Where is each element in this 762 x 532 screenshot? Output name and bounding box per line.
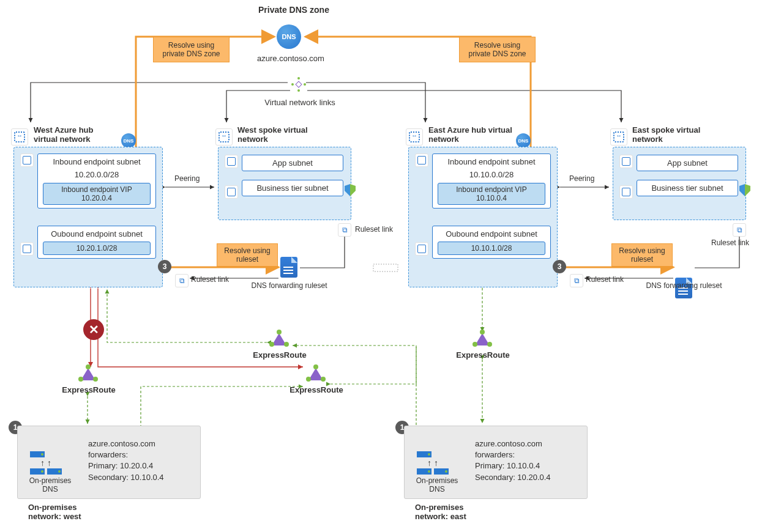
subnet-icon bbox=[619, 185, 633, 199]
expressroute-label-c2: ExpressRoute bbox=[286, 385, 347, 394]
subnet-icon bbox=[225, 155, 238, 168]
peering-label-east: Peering bbox=[569, 174, 594, 183]
dns-small-icon: DNS bbox=[121, 133, 136, 148]
dns-zone-icon: DNS bbox=[277, 24, 301, 49]
badge-3-east: 3 bbox=[553, 260, 566, 273]
failure-icon: ✕ bbox=[83, 319, 104, 340]
dns-forwarding-ruleset-east: DNS forwarding ruleset bbox=[643, 281, 725, 290]
virtual-network-links-label: Virtual network links bbox=[245, 98, 355, 107]
ruleset-link-icon: ⧉ bbox=[733, 223, 746, 237]
west-biz-subnet: Business tier subnet bbox=[242, 180, 343, 196]
onprem-dns-label-west: On-premises DNS bbox=[23, 476, 78, 493]
private-dns-zone-title: Private DNS zone bbox=[233, 5, 355, 15]
resolve-ruleset-callout-east: Resolve using ruleset bbox=[611, 243, 673, 267]
west-fwd-heading: forwarders: bbox=[88, 449, 164, 460]
dns-forwarding-ruleset-west: DNS forwarding ruleset bbox=[248, 281, 331, 290]
vnet-icon bbox=[215, 128, 233, 146]
resolve-ruleset-callout-west: Resolve using ruleset bbox=[217, 243, 278, 267]
ruleset-link-icon: ⧉ bbox=[175, 274, 189, 287]
virtual-network-links-icon bbox=[293, 78, 305, 91]
subnet-icon bbox=[225, 185, 238, 199]
expressroute-label-e: ExpressRoute bbox=[452, 350, 514, 360]
ruleset-link-icon: ⧉ bbox=[570, 274, 583, 287]
west-app-subnet: App subnet bbox=[242, 155, 343, 171]
east-fwd-heading: forwarders: bbox=[475, 449, 551, 460]
east-biz-subnet: Business tier subnet bbox=[637, 180, 738, 196]
onprem-dns-label-east: On-premises DNS bbox=[409, 476, 465, 493]
east-fwd-primary: Primary: 10.10.0.4 bbox=[475, 460, 551, 471]
expressroute-icon bbox=[475, 333, 490, 345]
east-inbound-cidr: 10.10.0.0/28 bbox=[438, 170, 545, 179]
east-inbound-vip: Inbound endpoint VIP 10.10.0.4 bbox=[438, 183, 545, 205]
ruleset-link-icon: ⧉ bbox=[338, 223, 351, 237]
west-fwd-secondary: Secondary: 10.10.0.4 bbox=[88, 472, 164, 483]
east-spoke-title: East spoke virtual network bbox=[632, 125, 712, 144]
subnet-icon bbox=[415, 242, 428, 256]
west-onprem-title: On-premises network: west bbox=[28, 503, 108, 521]
east-hub-vnet: Inbound endpoint subnet 10.10.0.0/28 Inb… bbox=[408, 147, 558, 287]
subnet-icon bbox=[619, 155, 633, 168]
ruleset-link-label-west2: Ruleset link bbox=[355, 225, 393, 234]
west-spoke-vnet: App subnet Business tier subnet bbox=[218, 147, 351, 220]
vnet-icon bbox=[610, 128, 627, 146]
west-hub-title: West Azure hub virtual network bbox=[34, 125, 119, 144]
expressroute-icon bbox=[272, 333, 286, 345]
expressroute-label-w1: ExpressRoute bbox=[58, 385, 119, 394]
east-outbound-cidr: 10.10.1.0/28 bbox=[438, 242, 545, 255]
ruleset-icon bbox=[280, 257, 297, 278]
west-inbound-vip: Inbound endpoint VIP 10.20.0.4 bbox=[43, 183, 151, 205]
subnet-icon bbox=[20, 242, 34, 256]
west-fwd-domain: azure.contoso.com bbox=[88, 438, 164, 449]
subnet-icon bbox=[415, 153, 428, 167]
expressroute-label-c1: ExpressRoute bbox=[249, 350, 310, 360]
badge-3-west: 3 bbox=[158, 260, 171, 273]
peering-label-west: Peering bbox=[174, 174, 200, 183]
resolve-zone-callout-east: Resolve using private DNS zone bbox=[459, 37, 536, 62]
east-app-subnet: App subnet bbox=[637, 155, 738, 171]
ruleset-link-label-east: Ruleset link bbox=[586, 275, 624, 284]
east-hub-title: East Azure hub virtual network bbox=[428, 125, 514, 144]
east-onprem-box: ↑↑ On-premises DNS azure.contoso.com for… bbox=[404, 426, 588, 499]
dns-zone-domain: azure.contoso.com bbox=[233, 54, 349, 63]
west-inbound-subnet: Inbound endpoint subnet bbox=[43, 157, 151, 166]
east-fwd-domain: azure.contoso.com bbox=[475, 438, 551, 449]
vnet-icon bbox=[11, 128, 28, 146]
svg-rect-4 bbox=[373, 264, 398, 272]
dns-small-icon: DNS bbox=[516, 133, 531, 148]
east-fwd-secondary: Secondary: 10.20.0.4 bbox=[475, 472, 551, 483]
ruleset-link-label-east2: Ruleset link bbox=[711, 238, 749, 247]
ruleset-link-label-west: Ruleset link bbox=[191, 275, 229, 284]
vnet-icon bbox=[406, 128, 423, 146]
east-inbound-subnet: Inbound endpoint subnet bbox=[438, 157, 545, 166]
expressroute-icon bbox=[81, 368, 95, 380]
shield-icon bbox=[739, 184, 750, 196]
west-inbound-cidr: 10.20.0.0/28 bbox=[43, 170, 151, 179]
west-hub-vnet: Inbound endpoint subnet 10.20.0.0/28 Inb… bbox=[13, 147, 163, 287]
east-spoke-vnet: App subnet Business tier subnet bbox=[613, 147, 746, 220]
expressroute-icon bbox=[308, 368, 323, 380]
west-outbound-cidr: 10.20.1.0/28 bbox=[43, 242, 151, 255]
resolve-zone-callout-west: Resolve using private DNS zone bbox=[153, 37, 230, 62]
west-spoke-title: West spoke virtual network bbox=[237, 125, 317, 144]
east-outbound-subnet: Oubound endpoint subnet bbox=[438, 229, 545, 238]
west-outbound-subnet: Oubound endpoint subnet bbox=[43, 229, 151, 238]
subnet-icon bbox=[20, 153, 34, 167]
west-onprem-box: ↑↑ On-premises DNS azure.contoso.com for… bbox=[17, 426, 201, 499]
shield-icon bbox=[345, 184, 356, 196]
east-onprem-title: On-premises network: east bbox=[415, 503, 495, 521]
west-fwd-primary: Primary: 10.20.0.4 bbox=[88, 460, 164, 471]
